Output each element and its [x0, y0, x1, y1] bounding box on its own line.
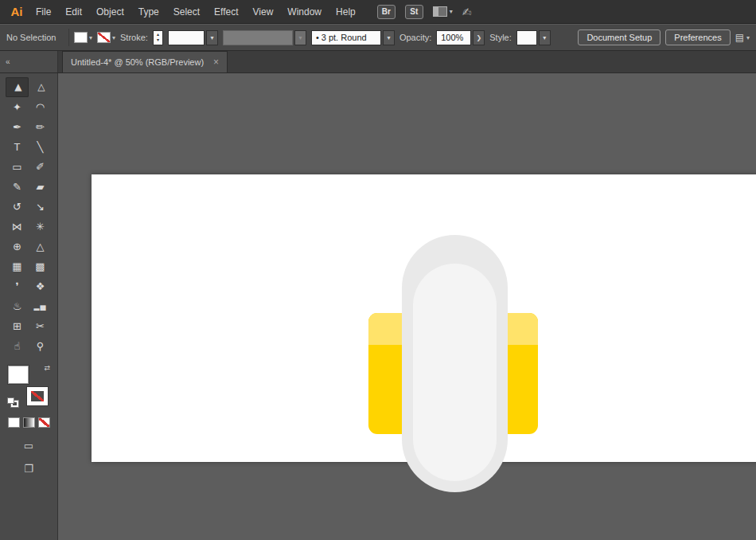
stroke-weight-field[interactable] — [168, 30, 205, 45]
tool-type[interactable]: T — [6, 137, 29, 157]
tool-magic-wand[interactable]: ✦ — [6, 97, 29, 117]
tool-perspective-grid[interactable]: △ — [29, 237, 52, 256]
curvature-tool-icon: ✏ — [36, 121, 45, 133]
shape-builder-tool-icon: ⊕ — [13, 241, 21, 252]
mesh-tool-icon: ▦ — [12, 260, 21, 272]
chevron-down-icon[interactable]: ▾ — [539, 30, 551, 45]
control-panel-menu[interactable]: ▤ ▾ — [735, 32, 750, 43]
lasso-tool-icon: ◠ — [36, 101, 45, 113]
close-tab-icon[interactable]: × — [213, 57, 219, 68]
document-tab[interactable]: Untitled-4* @ 50% (RGB/Preview) × — [62, 51, 228, 72]
tool-mesh[interactable]: ▦ — [6, 256, 29, 276]
glass-outer[interactable] — [402, 235, 508, 492]
menu-edit[interactable]: Edit — [58, 0, 89, 24]
swap-fill-stroke-icon[interactable]: ⇄ — [44, 364, 50, 372]
stroke-none-swatch[interactable] — [97, 32, 111, 43]
canvas-pasteboard[interactable] — [58, 73, 756, 540]
workspace-switcher[interactable]: ▾ — [433, 6, 453, 17]
perspective-grid-tool-icon: △ — [37, 241, 45, 252]
free-transform-tool-icon: ✳ — [36, 221, 45, 233]
tool-selection[interactable]: ▶ — [6, 77, 29, 97]
opacity-field[interactable]: 100% — [436, 30, 471, 45]
tool-lasso[interactable]: ◠ — [29, 97, 52, 117]
stepper-down-icon[interactable]: ▾ — [157, 37, 159, 43]
tool-line-segment[interactable]: ╲ — [29, 137, 52, 157]
tool-zoom[interactable]: ⚲ — [29, 336, 52, 356]
tool-width[interactable]: ⋈ — [6, 217, 29, 237]
fill-color-control[interactable]: ▾ — [74, 32, 92, 43]
preferences-button[interactable]: Preferences — [665, 29, 730, 45]
document-setup-button[interactable]: Document Setup — [578, 29, 661, 45]
menu-object[interactable]: Object — [89, 0, 131, 24]
screen-mode-icon[interactable]: ▭ — [24, 440, 33, 452]
stock-button[interactable]: St — [405, 5, 423, 19]
stroke-color-control[interactable]: ▾ — [97, 32, 115, 43]
tool-gradient[interactable]: ▩ — [29, 256, 52, 276]
color-mode-button[interactable] — [8, 417, 20, 428]
glass-inner[interactable] — [413, 264, 497, 481]
stroke-weight-dropdown[interactable]: ▾ — [168, 30, 218, 45]
stroke-label[interactable]: Stroke: — [120, 33, 148, 42]
opacity-control[interactable]: 100% ❯ — [436, 30, 485, 45]
tool-eraser[interactable]: ▰ — [29, 177, 52, 197]
stroke-swatch-large[interactable] — [27, 387, 48, 405]
tool-column-graph[interactable]: ▂▅ — [29, 296, 52, 316]
control-bar: No Selection ▾ ▾ Stroke: ▴ ▾ ▾ ▾ • 3 pt.… — [0, 24, 756, 51]
tool-slice[interactable]: ✂ — [29, 316, 52, 336]
magic-wand-tool-icon: ✦ — [13, 101, 21, 113]
style-field[interactable] — [516, 30, 537, 45]
opacity-label[interactable]: Opacity: — [399, 33, 431, 42]
tool-rectangle[interactable]: ▭ — [6, 157, 29, 177]
none-mode-button[interactable] — [38, 417, 50, 428]
menu-file[interactable]: File — [29, 0, 58, 24]
tool-free-transform[interactable]: ✳ — [29, 217, 52, 237]
tool-scale[interactable]: ↘ — [29, 197, 52, 217]
chevron-down-icon[interactable]: ▾ — [89, 34, 92, 41]
menu-type[interactable]: Type — [131, 0, 166, 24]
blend-tool-icon: ❖ — [36, 280, 45, 292]
style-dropdown[interactable]: ▾ — [516, 30, 551, 45]
tool-paintbrush[interactable]: ✐ — [29, 157, 52, 177]
touch-gesture-icon[interactable]: ✍ — [462, 6, 472, 18]
chevron-down-icon: ▾ — [294, 30, 306, 45]
default-fill-stroke-icon[interactable] — [7, 397, 14, 404]
tool-shape-builder[interactable]: ⊕ — [6, 237, 29, 256]
brush-definition-dropdown[interactable]: • 3 pt. Round ▾ — [311, 30, 395, 45]
tool-direct-selection[interactable]: ▷ — [29, 77, 52, 97]
stepper-up-icon[interactable]: ▴ — [157, 32, 159, 37]
tool-eyedropper[interactable]: ❜ — [6, 276, 29, 296]
tool-artboard[interactable]: ⊞ — [6, 316, 29, 336]
menubar-right-cluster: Br St ▾ ✍ — [377, 5, 472, 19]
brush-preview-icon: • — [316, 33, 319, 42]
tool-pen[interactable]: ✒ — [6, 117, 29, 137]
pencil-tool-icon: ✎ — [13, 181, 21, 193]
fill-swatch[interactable] — [74, 32, 88, 43]
type-tool-icon: T — [14, 141, 21, 153]
gradient-mode-button[interactable] — [23, 417, 35, 428]
menu-window[interactable]: Window — [280, 0, 329, 24]
fill-swatch-large[interactable] — [8, 366, 29, 384]
tool-rotate[interactable]: ↺ — [6, 197, 29, 217]
arrow-right-icon[interactable]: ❯ — [473, 30, 485, 45]
chevron-down-icon[interactable]: ▾ — [112, 34, 115, 41]
stroke-weight-stepper[interactable]: ▴ ▾ — [153, 30, 163, 45]
brush-definition-field[interactable]: • 3 pt. Round — [311, 30, 381, 45]
menu-effect[interactable]: Effect — [207, 0, 245, 24]
chevron-down-icon[interactable]: ▾ — [383, 30, 395, 45]
zoom-tool-icon: ⚲ — [37, 340, 45, 352]
tool-blend[interactable]: ❖ — [29, 276, 52, 296]
tool-curvature[interactable]: ✏ — [29, 117, 52, 137]
panel-icon: ▤ — [735, 32, 744, 43]
change-screen-mode-icon[interactable]: ❐ — [24, 463, 33, 475]
bridge-button[interactable]: Br — [377, 5, 396, 19]
tool-hand[interactable]: ☝ — [6, 336, 29, 356]
menu-help[interactable]: Help — [329, 0, 363, 24]
tool-pencil[interactable]: ✎ — [6, 177, 29, 197]
gradient-tool-icon: ▩ — [35, 260, 45, 272]
tool-symbol-sprayer[interactable]: ♨ — [6, 296, 29, 316]
app-logo: Ai — [5, 5, 29, 18]
menu-select[interactable]: Select — [166, 0, 207, 24]
collapse-tools-button[interactable]: « — [0, 51, 58, 72]
chevron-down-icon[interactable]: ▾ — [206, 30, 218, 45]
menu-view[interactable]: View — [246, 0, 281, 24]
